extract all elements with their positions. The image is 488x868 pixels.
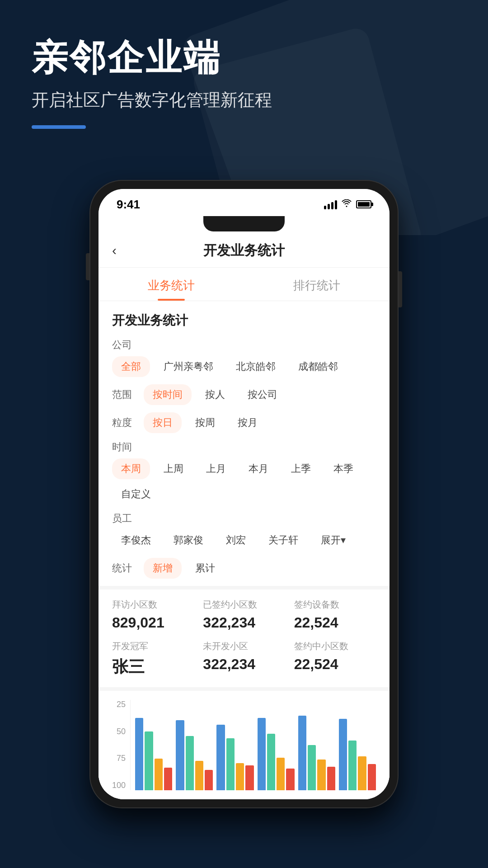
tag-time-lastweek[interactable]: 上周	[155, 458, 192, 479]
bar-1-1	[186, 736, 194, 790]
stat-champion: 开发冠军 张三	[112, 640, 194, 678]
bar-5-0	[339, 719, 347, 790]
filter-row-stattype: 统计 新增 累计	[112, 558, 376, 579]
stat-visit-count: 拜访小区数 829,021	[112, 599, 194, 631]
tag-stat-cumulative[interactable]: 累计	[186, 558, 224, 579]
stat-signed-label: 已签约小区数	[203, 599, 285, 611]
y-label-25: 25	[112, 700, 126, 709]
bar-4-2	[317, 760, 325, 790]
tag-stat-new[interactable]: 新增	[144, 558, 182, 579]
tag-range-person[interactable]: 按人	[196, 384, 234, 405]
status-time: 9:41	[117, 198, 140, 212]
bar-3-3	[286, 769, 294, 790]
bar-0-1	[145, 731, 153, 790]
bar-group-3	[258, 718, 295, 790]
tag-gran-week[interactable]: 按周	[186, 412, 224, 433]
tag-time-thisseason[interactable]: 本季	[324, 458, 362, 479]
bar-group-0	[135, 718, 172, 790]
tab-bar: 业务统计 排行统计	[99, 268, 389, 301]
battery-icon	[356, 200, 371, 208]
filter-label-range: 范围	[112, 388, 139, 401]
tag-time-thismonth[interactable]: 本月	[239, 458, 277, 479]
filter-row-staff: 员工 李俊杰 郭家俊 刘宏 关子轩 展开▾	[112, 512, 376, 551]
tab-business-stats[interactable]: 业务统计	[99, 268, 244, 301]
bar-2-1	[226, 738, 235, 790]
stats-grid: 拜访小区数 829,021 已签约小区数 322,234 签约设备数 22,52…	[99, 586, 389, 687]
stats-section: 开发业务统计 公司 全部 广州亲粤邻 北京皓邻 成都皓邻 范围	[99, 301, 389, 579]
bar-1-0	[176, 720, 184, 790]
bar-0-2	[155, 759, 163, 790]
bar-group-5	[339, 719, 376, 790]
bar-4-3	[327, 767, 335, 790]
stat-signing: 签约中小区数 22,524	[294, 640, 376, 678]
tag-time-thisweek[interactable]: 本周	[112, 458, 150, 479]
filter-tags-company: 全部 广州亲粤邻 北京皓邻 成都皓邻	[112, 356, 347, 377]
chart-y-axis: 100 75 50 25	[112, 700, 130, 790]
stat-signed-value: 322,234	[203, 614, 285, 631]
y-label-100: 100	[112, 781, 126, 790]
bar-3-0	[258, 718, 266, 790]
signal-bar-4	[335, 200, 337, 209]
tag-staff-expand[interactable]: 展开▾	[312, 530, 355, 551]
tag-company-chengdu[interactable]: 成都皓邻	[289, 356, 347, 377]
stat-undeveloped: 未开发小区 322,234	[203, 640, 285, 678]
header-area: 亲邻企业端 开启社区广告数字化管理新征程	[32, 36, 456, 129]
filter-tags-time: 本周 上周 上月 本月 上季 本季 自定义	[112, 458, 376, 505]
app-content: ‹ 开发业务统计 业务统计 排行统计 开发业务统计	[99, 234, 389, 799]
back-button[interactable]: ‹	[112, 243, 117, 258]
bar-5-2	[358, 756, 366, 790]
tag-time-lastseason[interactable]: 上季	[282, 458, 320, 479]
tag-time-lastmonth[interactable]: 上月	[197, 458, 235, 479]
signal-bar-1	[324, 206, 326, 209]
filter-tags-stattype: 新增 累计	[144, 558, 224, 579]
bar-2-0	[216, 725, 225, 790]
tag-company-all[interactable]: 全部	[112, 356, 150, 377]
tag-staff-lijunjie[interactable]: 李俊杰	[112, 530, 160, 551]
nav-bar: ‹ 开发业务统计	[99, 234, 389, 268]
filter-tags-range: 按时间 按人 按公司	[144, 384, 286, 405]
stat-signing-value: 22,524	[294, 656, 376, 673]
battery-fill	[358, 202, 370, 207]
tag-range-company[interactable]: 按公司	[239, 384, 286, 405]
filter-label-staff: 员工	[112, 512, 139, 525]
phone-mockup: 9:41	[90, 181, 398, 807]
stat-device-count: 签约设备数 22,524	[294, 599, 376, 631]
bar-3-1	[267, 734, 275, 790]
tag-staff-guanzixuan[interactable]: 关子轩	[259, 530, 307, 551]
bar-1-3	[205, 770, 213, 790]
tag-gran-day[interactable]: 按日	[144, 412, 182, 433]
bar-0-3	[164, 768, 172, 790]
bar-5-3	[368, 764, 376, 790]
bar-group-2	[216, 725, 253, 790]
filter-label-granularity: 粒度	[112, 416, 139, 429]
tag-gran-month[interactable]: 按月	[229, 412, 267, 433]
filter-row-time: 时间 本周 上周 上月 本月 上季 本季 自定义	[112, 440, 376, 505]
status-bar: 9:41	[99, 189, 389, 216]
filter-label-time: 时间	[112, 440, 139, 454]
tag-range-time[interactable]: 按时间	[144, 384, 192, 405]
filter-label-company: 公司	[112, 338, 139, 352]
bar-2-3	[245, 765, 253, 790]
bar-0-0	[135, 718, 143, 790]
tag-staff-guojiajun[interactable]: 郭家俊	[164, 530, 212, 551]
notch	[99, 216, 389, 234]
chart-wrapper: 100 75 50 25	[112, 700, 376, 790]
phone-outer-frame: 9:41	[90, 181, 398, 807]
signal-bar-3	[331, 202, 333, 209]
wifi-icon	[342, 199, 352, 210]
stat-device-value: 22,524	[294, 614, 376, 631]
tab-ranking-stats[interactable]: 排行统计	[244, 268, 389, 301]
tag-staff-liuhong[interactable]: 刘宏	[217, 530, 255, 551]
filter-row-range: 范围 按时间 按人 按公司	[112, 384, 376, 405]
bar-group-4	[298, 716, 335, 790]
stat-champion-label: 开发冠军	[112, 640, 194, 652]
stat-signed-count: 已签约小区数 322,234	[203, 599, 285, 631]
tag-company-guangzhou[interactable]: 广州亲粤邻	[155, 356, 222, 377]
tag-time-custom[interactable]: 自定义	[112, 484, 160, 505]
main-title: 亲邻企业端	[32, 36, 456, 80]
filter-row-granularity: 粒度 按日 按周 按月	[112, 412, 376, 433]
notch-cutout	[203, 216, 285, 231]
y-label-50: 50	[112, 727, 126, 736]
tag-company-beijing[interactable]: 北京皓邻	[227, 356, 285, 377]
stat-visit-value: 829,021	[112, 614, 194, 631]
